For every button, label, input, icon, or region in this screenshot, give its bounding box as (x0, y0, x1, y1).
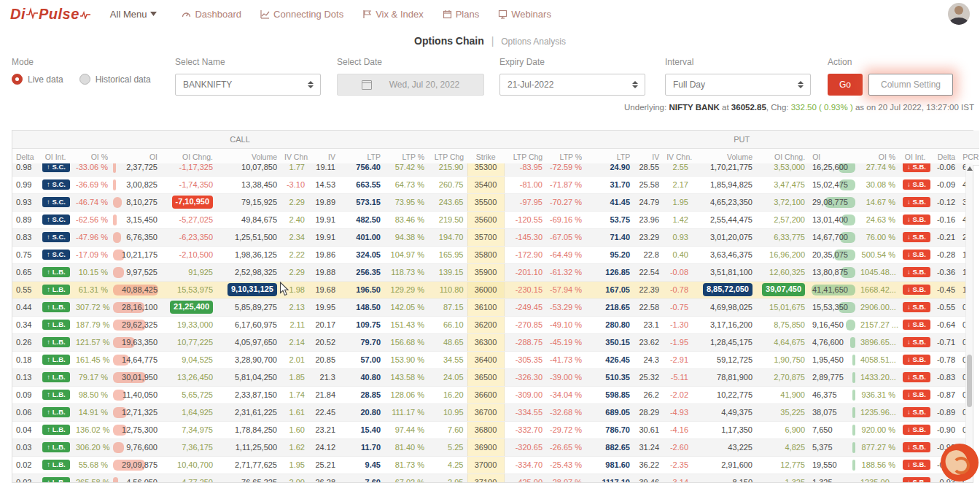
cell-c_ivchn: 1.60 (281, 421, 308, 438)
interval-dropdown[interactable]: Full Day (665, 74, 811, 96)
radio-unselected-icon (79, 74, 90, 85)
page-title-separator: | (491, 35, 494, 47)
cell-p_oi: 13,80,875 (809, 263, 857, 281)
cell-p_ivchn: -1.30 (663, 316, 692, 333)
option-row-35600[interactable]: 0.89↑ S.C.-62.56 %3,15,450-5,27,02549,84… (12, 211, 966, 228)
expiry-date-dropdown[interactable]: 21-Jul-2022 (499, 74, 645, 96)
cell-p_oiint: ↓ S.B. (899, 246, 931, 263)
option-row-36400[interactable]: 0.18↑ L.B.161.45 %14,64,7759,04,5253,28,… (12, 351, 966, 368)
cell-c_ivchn: 2.14 (281, 333, 308, 351)
cell-c_delta: 0.02 (12, 456, 39, 474)
cell-c_vol: 76,65,225 (217, 474, 281, 482)
select-name-dropdown[interactable]: BANKNIFTY (175, 74, 321, 96)
cell-c_iv: 19.68 (308, 281, 339, 298)
cell-strike: 35400 (467, 176, 504, 193)
cell-p_ivchn: -3.14 (663, 474, 692, 482)
select-date-input[interactable]: Wed, Jul 20, 2022 (337, 74, 484, 96)
live-data-radio[interactable]: Live data (12, 74, 63, 85)
brand-logo[interactable]: Di Pulse (10, 6, 91, 23)
cell-p_oiint: ↓ S.B. (899, 316, 931, 333)
cell-c_ltppct: 64.73 % (384, 176, 428, 193)
floating-widget-button[interactable] (941, 444, 979, 482)
option-row-36100[interactable]: 0.44↑ L.B.307.72 %28,16,10021,25,4005,85… (12, 298, 966, 316)
cell-c_delta: 0.04 (12, 421, 39, 438)
option-row-35400[interactable]: 0.99↑ S.C.-36.69 %3,00,825-1,74,35013,38… (12, 176, 966, 193)
scroll-up-icon[interactable] (967, 166, 973, 171)
brand-part1: Di (10, 6, 26, 23)
option-row-36600[interactable]: 0.09↑ L.B.98.50 %11,40,0505,65,7252,33,8… (12, 386, 966, 403)
historical-data-radio[interactable]: Historical data (79, 74, 151, 85)
vertical-scrollbar[interactable] (965, 163, 973, 482)
pulse-icon (26, 7, 38, 19)
cell-c_oiint: ↑ S.C. (39, 211, 72, 228)
nav-item-dashboard[interactable]: Dashboard (182, 9, 241, 20)
cell-c_oipct: 55.68 % (72, 456, 112, 474)
cell-c_ltpchg: 24.05 (428, 368, 467, 386)
go-button[interactable]: Go (828, 74, 863, 96)
cell-c_oiint: ↑ S.C. (39, 176, 72, 193)
cell-p_oipct: 76.00 % (857, 228, 899, 246)
nav-item-connecting-dots[interactable]: Connecting Dots (260, 9, 343, 20)
cell-c_ivchn: 1.85 (281, 368, 308, 386)
cell-c_ivchn: 2.29 (281, 193, 308, 211)
cell-c_ltp: 663.55 (339, 176, 384, 193)
option-row-35900[interactable]: 0.65↑ L.B.10.15 %9,97,52591,9252,52,98,3… (12, 263, 966, 281)
cell-p_ltppct: -69.16 % (546, 211, 586, 228)
option-row-36900[interactable]: 0.03↑ L.B.306.20 %9,76,6007,36,1751,11,2… (12, 438, 966, 456)
option-row-36200[interactable]: 0.34↑ L.B.187.79 %29,62,32519,33,0006,17… (12, 316, 966, 333)
cell-c_oipct: -36.69 % (72, 176, 112, 193)
cell-p_ivchn: -2.35 (663, 456, 692, 474)
cell-p_ltp: 882.65 (586, 438, 634, 456)
option-row-36000[interactable]: 0.55↑ L.B.61.31 %40,88,42515,53,9759,10,… (12, 281, 966, 298)
scrollbar-thumb[interactable] (967, 355, 972, 407)
cell-p_oi: 7,650 (809, 421, 857, 438)
cell-p_oichng: 3,47,475 (756, 176, 809, 193)
option-row-35800[interactable]: 0.75↑ S.C.-17.09 %10,21,175-2,10,5001,98… (12, 246, 966, 263)
cell-p_iv: 22.8 (634, 246, 663, 263)
option-row-37100[interactable]: 0.02↑ L.B.265.58 %4,56,0504,77,25076,65,… (12, 474, 966, 482)
cell-p_delta: -0.90 (931, 421, 959, 438)
option-row-35500[interactable]: 0.93↑ S.C.-46.74 %8,10,275-7,10,95079,15… (12, 193, 966, 211)
cell-c_oi: 40,88,425 (112, 281, 161, 298)
cell-c_ltppct: 104.97 % (384, 246, 428, 263)
underlying-info: Underlying: NIFTY BANK at 36052.85, Chg:… (624, 103, 974, 112)
all-menu-dropdown[interactable]: All Menu (110, 9, 158, 20)
cell-c_delta: 0.09 (12, 386, 39, 403)
user-avatar[interactable] (948, 3, 970, 25)
cell-c_delta: 0.98 (12, 163, 39, 176)
cell-p_ltpchg: -145.30 (504, 228, 546, 246)
cell-c_ltp: 148.50 (339, 298, 384, 316)
column-setting-button[interactable]: Column Setting (868, 74, 953, 96)
cell-c_oiint: ↑ L.B. (39, 333, 72, 351)
option-row-37000[interactable]: 0.02↑ L.B.55.68 %29,09,87510,40,7002,71,… (12, 456, 966, 474)
cell-c_iv: 22.45 (308, 403, 339, 421)
cell-p_iv: 24.79 (634, 193, 663, 211)
cell-c_ltp: 196.50 (339, 281, 384, 298)
option-row-35700[interactable]: 0.83↑ S.C.-47.96 %6,76,350-6,23,3501,25,… (12, 228, 966, 246)
cell-p_oichng: 3,53,000 (756, 163, 809, 176)
nav-item-webinars[interactable]: Webinars (498, 9, 551, 20)
cell-c_oi: 28,16,100 (112, 298, 161, 316)
option-row-36500[interactable]: 0.13↑ L.B.79.17 %30,01,95013,26,4505,81,… (12, 368, 966, 386)
cell-p_vol: 3,01,20,075 (692, 228, 756, 246)
option-row-35300[interactable]: 0.98↑ S.C.-33.06 %2,37,725-1,17,32510,07… (12, 163, 966, 176)
cell-c_vol: 2,52,98,325 (217, 263, 281, 281)
cell-p_vol: 78,81,900 (692, 368, 756, 386)
cell-c_iv: 21.84 (308, 386, 339, 403)
nav-item-plans[interactable]: Plans (443, 9, 480, 20)
nav-item-vix-index[interactable]: Vix & Index (362, 9, 424, 20)
cell-p_oichng: 6,33,775 (756, 228, 809, 246)
dashboard-icon (182, 9, 191, 19)
cell-c_ltpchg: 243.65 (428, 193, 467, 211)
cell-p_ltp: 71.40 (586, 228, 634, 246)
option-row-36800[interactable]: 0.04↑ L.B.136.02 %12,75,3007,34,9751,78,… (12, 421, 966, 438)
cell-p_oi: 41,41,650 (809, 281, 857, 298)
cell-p_vol: 4,69,98,025 (692, 298, 756, 316)
cell-c_ltp: 28.85 (339, 386, 384, 403)
cell-p_iv: 23.62 (634, 333, 663, 351)
cell-p_ltpchg: -270.85 (504, 316, 546, 333)
option-row-36300[interactable]: 0.26↑ L.B.121.57 %19,63,35010,77,2254,05… (12, 333, 966, 351)
cell-p_oichng: 4,825 (756, 438, 809, 456)
cell-p_oichng: 16,96,200 (756, 246, 809, 263)
option-row-36700[interactable]: 0.06↑ L.B.14.91 %12,71,3251,64,9252,31,6… (12, 403, 966, 421)
